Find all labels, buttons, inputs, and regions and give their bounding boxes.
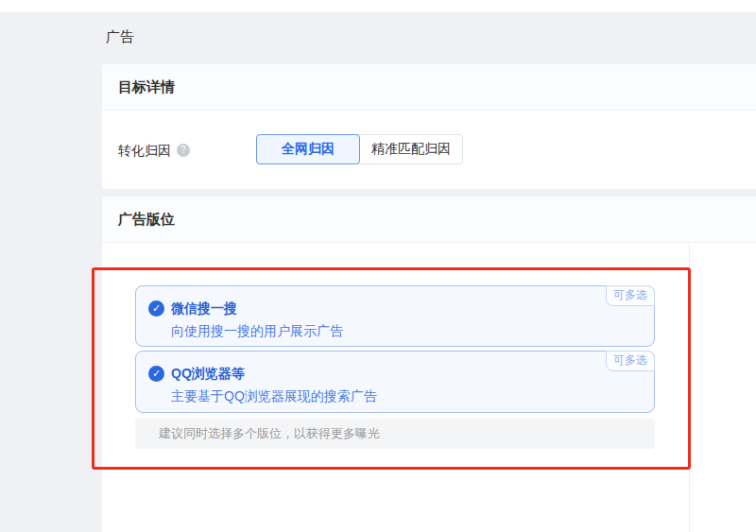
placement-hint-text: 建议同时选择多个版位，以获得更多曝光 <box>159 425 380 442</box>
target-details-card: 目标详情 转化归因 ? 全网归因 精准匹配归因 <box>102 64 756 189</box>
top-bar-remnant <box>0 0 756 12</box>
help-icon[interactable]: ? <box>177 144 190 157</box>
content-preview-divider <box>689 244 690 532</box>
ad-placement-card: 广告版位 ✓ 微信搜一搜 向使用搜一搜的用户展示广告 可多选 ✓ QQ浏览器等 … <box>102 197 756 532</box>
ad-placement-heading: 广告版位 <box>118 211 175 229</box>
tab-exact-match-attribution[interactable]: 精准匹配归因 <box>360 135 462 163</box>
check-circle-icon: ✓ <box>148 300 164 317</box>
multi-select-badge: 可多选 <box>606 285 655 306</box>
placement-option-qq-browser[interactable]: ✓ QQ浏览器等 主要基于QQ浏览器展现的搜索广告 可多选 <box>135 351 655 413</box>
attribution-tab-group: 全网归因 精准匹配归因 <box>256 134 463 164</box>
placement-title: QQ浏览器等 <box>171 366 245 383</box>
check-circle-icon: ✓ <box>148 366 164 382</box>
target-details-heading: 目标详情 <box>118 78 175 96</box>
placement-title: 微信搜一搜 <box>171 300 237 317</box>
target-details-header: 目标详情 <box>102 64 756 111</box>
ad-placement-header: 广告版位 <box>102 197 756 243</box>
page-title: 广告 <box>106 28 134 46</box>
placement-hint: 建议同时选择多个版位，以获得更多曝光 <box>135 419 655 449</box>
placement-description: 主要基于QQ浏览器展现的搜索广告 <box>171 388 377 405</box>
tab-full-network-attribution[interactable]: 全网归因 <box>256 134 360 164</box>
placement-description: 向使用搜一搜的用户展示广告 <box>171 323 343 340</box>
multi-select-badge: 可多选 <box>606 351 655 371</box>
conversion-attribution-label: 转化归因 <box>118 143 171 160</box>
placement-option-wechat-search[interactable]: ✓ 微信搜一搜 向使用搜一搜的用户展示广告 可多选 <box>135 285 655 347</box>
